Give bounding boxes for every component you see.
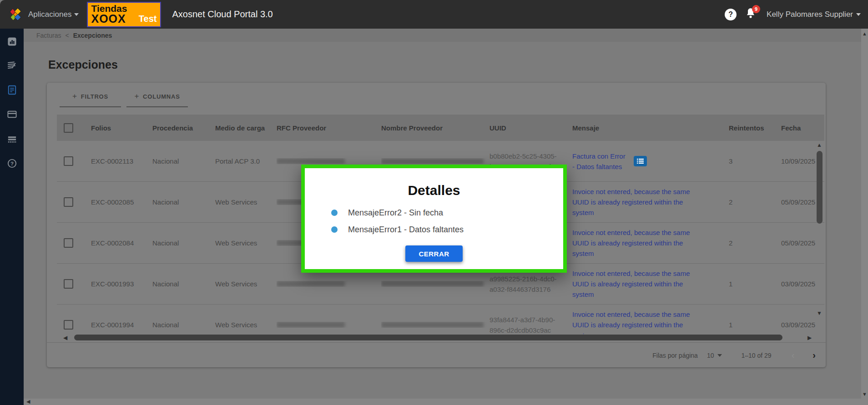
page-horizontal-scrollbar[interactable]: ◀: [24, 399, 861, 405]
credit-card-icon: [7, 109, 17, 120]
medio-cell: Portal ACP 3.0: [215, 157, 277, 165]
message-details-icon[interactable]: [634, 156, 647, 166]
sidebar-item-facturas-active[interactable]: [0, 82, 24, 98]
rows-per-page-select[interactable]: 10: [707, 352, 722, 359]
help-icon[interactable]: ?: [725, 9, 737, 20]
reintentos-cell: 2: [729, 239, 781, 247]
user-menu[interactable]: Kelly Palomares Supplier: [767, 10, 861, 19]
plus-icon: +: [72, 92, 77, 101]
rows-per-page-label: Filas por página: [652, 352, 698, 359]
scroll-up-icon[interactable]: ▲: [817, 142, 822, 148]
applications-label: Aplicaciones: [28, 10, 71, 19]
header-folios[interactable]: Folios: [91, 124, 152, 132]
org-logo-line2: XOOX: [91, 12, 126, 25]
uuid-cell: 93fa8447-a3d7-4b90- 896c-d2dcdb03c9ac: [490, 315, 572, 335]
close-button[interactable]: CERRAR: [405, 245, 463, 262]
bullet-icon: [331, 226, 338, 233]
app-title: Axosnet Cloud Portal 3.0: [172, 9, 273, 20]
plus-icon: +: [134, 92, 139, 101]
message-link[interactable]: Invoice not entered, because the same UU…: [572, 309, 690, 334]
table-header-row: Folios Procedencia Medio de carga RFC Pr…: [57, 115, 824, 141]
notes-edit-icon: [6, 60, 17, 71]
uuid-cell: a9985225-216b-4dc0- a032-f844637d3176: [490, 274, 572, 295]
procedencia-cell: Nacional: [152, 198, 215, 206]
redacted-nombre: [381, 322, 484, 328]
vertical-scroll-thumb[interactable]: [817, 151, 823, 224]
scroll-left-icon[interactable]: ◀: [63, 335, 67, 341]
previous-page-button[interactable]: ‹: [792, 350, 795, 360]
header-nombre-proveedor[interactable]: Nombre Proveedor: [381, 124, 490, 132]
filters-label: FILTROS: [81, 93, 108, 100]
row-checkbox[interactable]: [64, 238, 73, 248]
header-fecha[interactable]: Fecha: [781, 124, 824, 132]
svg-text:?: ?: [10, 160, 13, 166]
columns-button[interactable]: + COLUMNAS: [126, 86, 188, 107]
page-title: Excepciones: [48, 58, 118, 71]
header-medio-de-carga[interactable]: Medio de carga: [215, 124, 277, 132]
medio-cell: Web Services: [215, 280, 277, 288]
medio-cell: Web Services: [215, 239, 277, 247]
breadcrumb-bar: Facturas < Excepciones: [24, 29, 861, 42]
header-rfc-proveedor[interactable]: RFC Proveedor: [277, 124, 381, 132]
row-checkbox[interactable]: [64, 197, 73, 207]
sidebar-item-pagos[interactable]: [0, 106, 24, 122]
notifications-button[interactable]: 9: [745, 7, 758, 22]
row-checkbox[interactable]: [64, 279, 73, 289]
org-env-badge: Test: [139, 14, 157, 24]
redacted-rfc: [277, 322, 345, 328]
row-checkbox[interactable]: [64, 320, 73, 330]
chevron-down-icon: [717, 354, 722, 357]
sidebar-item-help[interactable]: ?: [0, 155, 24, 171]
horizontal-scroll-thumb[interactable]: [74, 335, 782, 340]
procedencia-cell: Nacional: [152, 239, 215, 247]
page-vertical-scrollbar[interactable]: ▲ ▼: [861, 29, 868, 405]
sidebar-item-detalle[interactable]: [0, 131, 24, 147]
table-row: EXC-0001994 Nacional Web Services 93fa84…: [57, 305, 824, 334]
screen: Aplicaciones Tiendas XOOX Test Axosnet C…: [0, 0, 868, 405]
sidebar-item-registros[interactable]: [0, 57, 24, 74]
message-link[interactable]: Invoice not entered, because the same UU…: [572, 227, 690, 259]
medio-cell: Web Services: [215, 198, 277, 206]
folio-cell: EXC-0001993: [91, 280, 152, 288]
details-dialog: Detalles MensajeError2 - Sin fecha Mensa…: [301, 165, 567, 273]
redacted-rfc: [277, 158, 345, 164]
message-link[interactable]: Invoice not entered, because the same UU…: [572, 186, 690, 218]
user-name: Kelly Palomares Supplier: [767, 10, 853, 19]
error-list-item: MensajeError2 - Sin fecha: [331, 208, 443, 218]
next-page-button[interactable]: ›: [812, 350, 816, 360]
scroll-left-icon[interactable]: ◀: [26, 399, 30, 405]
error-item-text: MensajeError1 - Datos faltantes: [348, 225, 464, 235]
rows-per-page-value: 10: [707, 352, 714, 359]
scroll-right-icon[interactable]: ▶: [807, 335, 812, 341]
header-reintentos[interactable]: Reintentos: [729, 124, 781, 132]
table-vertical-scrollbar: ▲ ▼: [816, 141, 823, 323]
scroll-down-icon[interactable]: ▼: [862, 391, 867, 397]
medio-cell: Web Services: [215, 321, 277, 329]
bullet-icon: [331, 210, 338, 216]
redacted-nombre: [381, 281, 484, 287]
error-list-item: MensajeError1 - Datos faltantes: [331, 225, 464, 235]
header-mensaje[interactable]: Mensaje: [572, 124, 729, 132]
chevron-down-icon: [74, 13, 79, 16]
folio-cell: EXC-0002084: [91, 239, 152, 247]
pagination-range: 1–10 of 29: [741, 352, 771, 359]
reintentos-cell: 1: [729, 321, 781, 329]
scroll-down-icon[interactable]: ▼: [817, 310, 822, 316]
header-uuid[interactable]: UUID: [490, 124, 572, 132]
procedencia-cell: Nacional: [152, 157, 215, 165]
breadcrumb-current: Excepciones: [73, 32, 112, 39]
breadcrumb-parent[interactable]: Facturas: [36, 32, 61, 39]
message-link[interactable]: Invoice not entered, because the same UU…: [572, 268, 690, 300]
filters-button[interactable]: + FILTROS: [60, 86, 121, 107]
row-checkbox[interactable]: [64, 156, 73, 166]
pagination-bar: Filas por página 10 1–10 of 29 ‹ ›: [47, 342, 826, 368]
scroll-up-icon[interactable]: ▲: [862, 31, 867, 36]
message-link[interactable]: Factura con Error - Datos faltantes: [572, 151, 626, 172]
reintentos-cell: 3: [729, 157, 781, 165]
header-procedencia[interactable]: Procedencia: [152, 124, 215, 132]
breadcrumb: Facturas < Excepciones: [36, 32, 112, 39]
list-details-icon: [7, 134, 17, 145]
sidebar-item-dashboard[interactable]: [0, 33, 24, 50]
select-all-checkbox[interactable]: [64, 123, 73, 133]
applications-menu[interactable]: Aplicaciones: [28, 10, 79, 19]
